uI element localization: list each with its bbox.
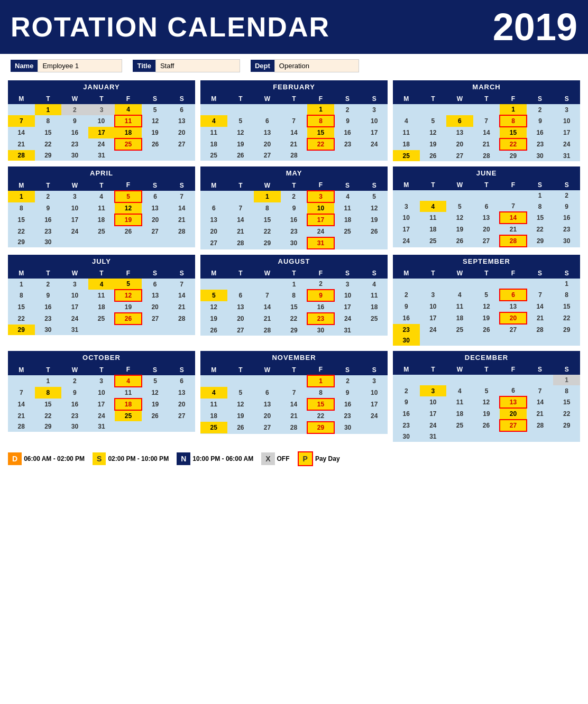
- march-header: MARCH: [393, 80, 580, 94]
- legend-s-text: 02:00 PM - 10:00 PM: [108, 455, 169, 462]
- may-calendar: MAY MTWTFSS 1 2 3 4 5 6 7 8 9 10 11 12: [200, 166, 388, 249]
- march-calendar: MARCH MTWTFSS 1 2 3 4 5 6 7 8 9 10: [393, 80, 580, 161]
- legend-p: P Pay Day: [298, 451, 345, 466]
- dept-value: Operation: [274, 59, 359, 72]
- legend-x-badge: X: [261, 452, 274, 465]
- october-calendar: OCTOBER MTWTFSS 1 2 3 4 5 6 7 8 9 10 11 …: [8, 351, 195, 442]
- name-field: Name Employee 1: [11, 59, 122, 72]
- title-label: Title: [133, 60, 155, 72]
- calendars-grid: JANUARY MTWTFSS 1 2 3 4 5 6 7 8 9 10 11 …: [0, 78, 588, 444]
- april-calendar: APRIL MTWTFSS 1 2 3 4 5 6 7 8 9 10 11 12…: [8, 166, 195, 249]
- app-title: ROTATION CALENDAR: [11, 11, 330, 43]
- may-header: MAY: [200, 166, 388, 180]
- november-calendar: NOVEMBER MTWTFSS 1 2 3 4 5 6 7 8 9 1: [200, 351, 388, 442]
- dept-field: Dept Operation: [251, 59, 359, 72]
- february-header: FEBRUARY: [200, 80, 388, 94]
- february-calendar: FEBRUARY MTWTFSS 1 2 3 4 5 6 7 8 9 1: [200, 80, 388, 161]
- name-label: Name: [11, 60, 38, 72]
- name-value: Employee 1: [38, 59, 122, 72]
- april-header: APRIL: [8, 166, 195, 180]
- legend-x: X OFF: [261, 452, 295, 465]
- legend-bar: D 06:00 AM - 02:00 PM S 02:00 PM - 10:00…: [0, 447, 588, 470]
- january-header: JANUARY: [8, 80, 195, 94]
- legend-n: N 10:00 PM - 06:00 AM: [177, 452, 259, 465]
- legend-s-badge: S: [93, 452, 106, 465]
- legend-d-badge: D: [8, 452, 22, 465]
- june-calendar: JUNE MTWTFSS 1 2 3 4 5 6 7 8 9: [393, 166, 580, 249]
- june-header: JUNE: [393, 166, 580, 180]
- dept-label: Dept: [251, 60, 274, 72]
- august-calendar: AUGUST MTWTFSS 1 2 3 4 5 6 7 8 9 10 1: [200, 255, 388, 346]
- info-bar: Name Employee 1 Title Staff Dept Operati…: [0, 54, 588, 78]
- december-header: DECEMBER: [393, 351, 580, 364]
- title-value: Staff: [155, 59, 240, 72]
- legend-p-badge: P: [298, 451, 313, 466]
- september-calendar: SEPTEMBER MTWTFSS 1 2 3 4 5 6 7 8: [393, 255, 580, 346]
- august-header: AUGUST: [200, 255, 388, 268]
- legend-d-text: 06:00 AM - 02:00 PM: [24, 455, 85, 462]
- legend-s: S 02:00 PM - 10:00 PM: [93, 452, 174, 465]
- header: ROTATION CALENDAR 2019: [0, 0, 588, 54]
- title-field: Title Staff: [133, 59, 240, 72]
- november-header: NOVEMBER: [200, 351, 388, 364]
- july-calendar: JULY MTWTFSS 1 2 3 4 5 6 7 8 9 10 11 12 …: [8, 255, 195, 346]
- legend-n-text: 10:00 PM - 06:00 AM: [192, 455, 253, 462]
- october-header: OCTOBER: [8, 351, 195, 364]
- year-label: 2019: [493, 5, 577, 49]
- legend-p-text: Pay Day: [315, 455, 340, 462]
- legend-x-text: OFF: [277, 455, 290, 462]
- legend-n-badge: N: [177, 452, 190, 465]
- january-calendar: JANUARY MTWTFSS 1 2 3 4 5 6 7 8 9 10 11 …: [8, 80, 195, 161]
- september-header: SEPTEMBER: [393, 255, 580, 268]
- july-header: JULY: [8, 255, 195, 268]
- december-calendar: DECEMBER MTWTFSS 1 2 3 4 5 6 7 8: [393, 351, 580, 442]
- legend-d: D 06:00 AM - 02:00 PM: [8, 452, 90, 465]
